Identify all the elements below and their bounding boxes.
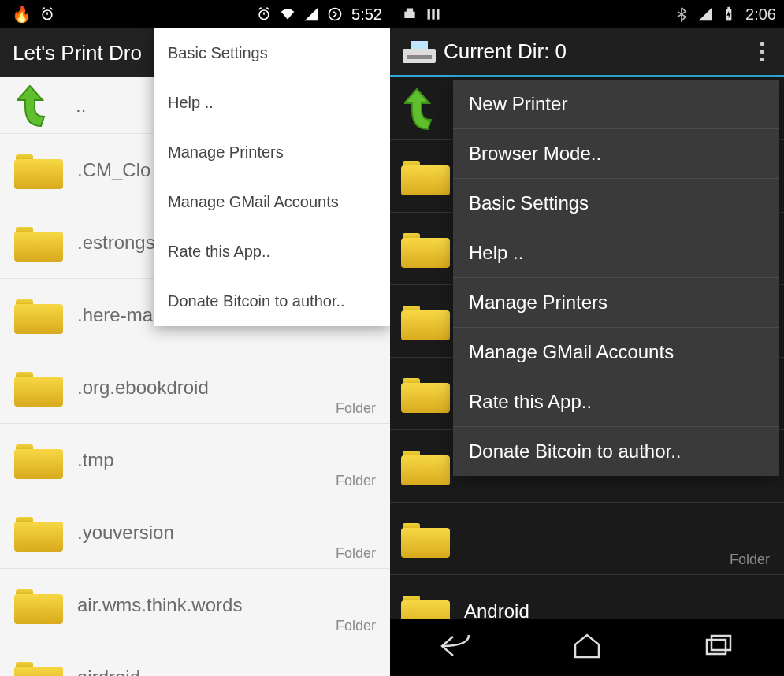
folder-row[interactable]: .tmpFolder [0,424,390,496]
circle-icon [327,6,343,22]
folder-icon [14,296,63,334]
menu-item[interactable]: Help .. [154,78,390,128]
menu-item[interactable]: Basic Settings [453,179,779,228]
phone-right: 2:06 Current Dir: 0 FolderAndroidFolderA… [390,0,784,676]
svg-rect-11 [428,9,430,19]
svg-rect-9 [404,12,414,18]
folder-icon [14,514,63,552]
menu-item[interactable]: Manage Printers [453,278,779,328]
item-kind: Folder [336,545,376,562]
svg-rect-17 [712,636,730,650]
folder-name: .estrongs [77,232,155,254]
folder-row[interactable]: .youversionFolder [0,496,390,569]
menu-item[interactable]: Donate Bitcoin to author.. [154,277,390,326]
menu-item[interactable]: Browser Mode.. [453,129,779,179]
appbar-right: Current Dir: 0 [390,28,784,77]
menu-item[interactable]: Help .. [453,228,779,278]
menu-item[interactable]: Basic Settings [154,28,390,78]
folder-icon [14,224,63,262]
back-button[interactable] [437,630,474,665]
svg-line-2 [42,8,44,9]
print-icon [402,6,418,22]
app-title-right: Current Dir: 0 [444,39,752,64]
menu-item[interactable]: Manage GMail Accounts [154,177,390,227]
svg-line-7 [266,8,269,9]
recent-button[interactable] [700,630,737,665]
up-arrow-icon [17,83,57,128]
svg-line-3 [50,8,52,9]
svg-rect-12 [432,9,434,19]
folder-name: air.wms.think.words [77,594,242,616]
bluetooth-icon [674,6,689,22]
svg-rect-10 [407,9,413,13]
item-kind: Folder [336,473,376,489]
menu-item[interactable]: Rate this App.. [453,377,779,427]
alarm-icon [39,6,55,22]
folder-row[interactable]: air.wms.think.wordsFolder [0,569,390,641]
options-menu-left: Basic SettingsHelp ..Manage PrintersMana… [154,28,390,326]
statusbar-left: 🔥 5:52 [0,0,390,28]
menu-item[interactable]: Rate this App.. [154,227,390,277]
options-menu-right: New PrinterBrowser Mode..Basic SettingsH… [453,80,779,476]
folder-name: .tmp [77,449,114,471]
menu-item[interactable]: New Printer [453,80,779,129]
up-arrow-icon [404,86,444,132]
statusbar-right: 2:06 [390,0,784,28]
folder-icon [401,303,450,340]
home-button[interactable] [569,630,605,665]
svg-rect-15 [727,7,730,9]
svg-rect-13 [437,9,439,19]
item-kind: Folder [336,400,376,417]
signal-icon [303,6,319,22]
signal-icon-r [697,6,713,22]
alarm-icon-2 [256,6,272,22]
wifi-icon [280,6,295,22]
folder-name: .CM_Clo [77,159,150,181]
folder-row[interactable]: Folder [390,503,784,575]
clock-left: 5:52 [351,6,382,24]
folder-icon [401,375,450,413]
folder-icon [14,659,63,677]
folder-icon [401,158,450,195]
folder-icon [14,441,63,479]
battery-icon [721,6,737,22]
clock-right: 2:06 [745,6,776,24]
folder-icon [14,369,63,407]
svg-line-6 [258,8,261,9]
folder-row[interactable]: airdroidFolder [0,641,390,676]
folder-name: .youversion [77,522,174,544]
menu-item[interactable]: Manage Printers [154,128,390,177]
folder-name: .here-ma [77,304,153,326]
overflow-button[interactable] [752,42,771,61]
folder-icon [14,586,63,624]
grid-icon [425,6,441,22]
menu-item[interactable]: Manage GMail Accounts [453,328,779,377]
flame-icon: 🔥 [12,5,32,24]
folder-icon [401,520,450,558]
folder-icon [401,230,450,268]
up-label: .. [76,95,86,117]
printer-icon [403,41,436,63]
folder-name: .org.ebookdroid [77,377,209,399]
item-kind: Folder [336,618,376,634]
folder-name: airdroid [77,667,140,677]
phone-left: 🔥 5:52 Let's Print Dro .. .CM_Clo.estro [0,0,390,676]
svg-point-8 [329,9,341,20]
folder-row[interactable]: .org.ebookdroidFolder [0,351,390,424]
menu-item[interactable]: Donate Bitcoin to author.. [453,427,779,476]
svg-rect-16 [707,640,726,654]
folder-icon [401,448,450,485]
item-kind: Folder [730,552,770,568]
navbar-right [390,619,784,676]
folder-icon [14,151,63,189]
